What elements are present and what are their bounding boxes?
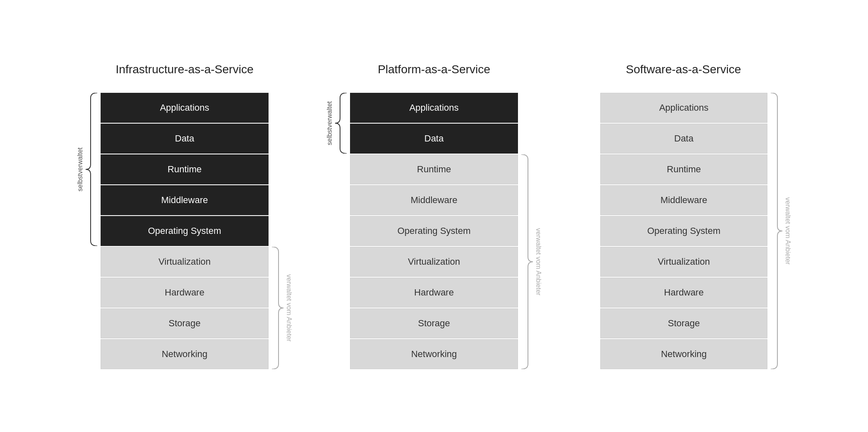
stack-item-iaas-3: Middleware xyxy=(101,185,269,215)
stack-item-iaas-8: Networking xyxy=(101,339,269,369)
self-bracket-wrap-paas: selbstverwaltet xyxy=(326,93,350,154)
stack-item-paas-0: Applications xyxy=(350,93,518,123)
self-label-paas: selbstverwaltet xyxy=(326,93,333,154)
self-bracket-wrap-iaas: selbstverwaltet xyxy=(76,93,101,246)
page-container: Infrastructure-as-a-Serviceselbstverwalt… xyxy=(0,0,868,432)
stack-iaas: ApplicationsDataRuntimeMiddlewareOperati… xyxy=(101,93,269,369)
columns-wrapper: Infrastructure-as-a-Serviceselbstverwalt… xyxy=(25,63,843,369)
stack-item-saas-2: Runtime xyxy=(600,154,767,184)
self-bracket-svg-paas xyxy=(335,93,347,154)
stack-item-saas-5: Virtualization xyxy=(600,247,767,277)
stack-item-paas-2: Runtime xyxy=(350,154,518,184)
title-paas: Platform-as-a-Service xyxy=(378,63,491,76)
stack-item-paas-4: Operating System xyxy=(350,216,518,246)
prov-label-iaas: verwaltet vom Anbieter xyxy=(285,247,293,369)
prov-bracket-svg-paas xyxy=(521,154,533,369)
stack-item-iaas-4: Operating System xyxy=(101,216,269,246)
stack-item-paas-1: Data xyxy=(350,124,518,154)
self-spacer-saas xyxy=(575,93,600,369)
stack-item-iaas-7: Storage xyxy=(101,308,269,338)
prov-label-paas: verwaltet vom Anbieter xyxy=(535,154,542,369)
stack-item-paas-5: Virtualization xyxy=(350,247,518,277)
stack-item-paas-3: Middleware xyxy=(350,185,518,215)
self-bracket-iaas: selbstverwaltet xyxy=(76,93,97,246)
stack-item-iaas-6: Hardware xyxy=(101,278,269,308)
prov-bracket-iaas: verwaltet vom Anbieter xyxy=(272,247,293,369)
stack-item-iaas-2: Runtime xyxy=(101,154,269,184)
stack-item-saas-6: Hardware xyxy=(600,278,767,308)
prov-bracket-svg-iaas xyxy=(272,247,284,369)
stack-item-saas-3: Middleware xyxy=(600,185,767,215)
stack-item-paas-6: Hardware xyxy=(350,278,518,308)
self-label-iaas: selbstverwaltet xyxy=(76,93,84,246)
body-paas: selbstverwaltetApplicationsDataRuntimeMi… xyxy=(326,93,542,369)
column-saas: Software-as-a-ServiceApplicationsDataRun… xyxy=(575,63,792,369)
prov-label-saas: verwaltet vom Anbieter xyxy=(784,93,792,369)
stack-saas: ApplicationsDataRuntimeMiddlewareOperati… xyxy=(600,93,767,369)
stack-item-saas-7: Storage xyxy=(600,308,767,338)
prov-bracket-svg-saas xyxy=(771,93,782,369)
self-bracket-svg-iaas xyxy=(86,93,97,246)
column-iaas: Infrastructure-as-a-Serviceselbstverwalt… xyxy=(76,63,293,369)
stack-item-saas-0: Applications xyxy=(600,93,767,123)
stack-item-iaas-1: Data xyxy=(101,124,269,154)
title-iaas: Infrastructure-as-a-Service xyxy=(116,63,253,76)
stack-item-saas-1: Data xyxy=(600,124,767,154)
body-saas: ApplicationsDataRuntimeMiddlewareOperati… xyxy=(575,93,792,369)
stack-item-iaas-0: Applications xyxy=(101,93,269,123)
stack-paas: ApplicationsDataRuntimeMiddlewareOperati… xyxy=(350,93,518,369)
stack-item-paas-8: Networking xyxy=(350,339,518,369)
prov-bracket-paas: verwaltet vom Anbieter xyxy=(521,154,542,369)
stack-item-iaas-5: Virtualization xyxy=(101,247,269,277)
stack-item-saas-4: Operating System xyxy=(600,216,767,246)
column-paas: Platform-as-a-ServiceselbstverwaltetAppl… xyxy=(326,63,542,369)
stack-item-saas-8: Networking xyxy=(600,339,767,369)
self-bracket-paas: selbstverwaltet xyxy=(326,93,347,154)
stack-item-paas-7: Storage xyxy=(350,308,518,338)
prov-bracket-saas: verwaltet vom Anbieter xyxy=(771,93,792,369)
body-iaas: selbstverwaltetApplicationsDataRuntimeMi… xyxy=(76,93,293,369)
title-saas: Software-as-a-Service xyxy=(626,63,741,76)
